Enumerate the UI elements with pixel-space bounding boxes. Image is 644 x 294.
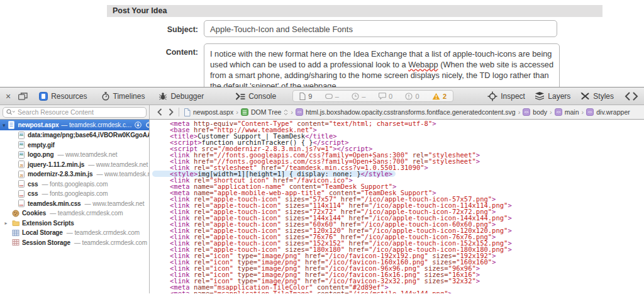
disclosure-triangle-icon[interactable]: ▸ [3,220,9,226]
breadcrumb-label: div.wrapper [596,108,630,116]
resource-name: newpost.aspx [18,122,58,128]
popup-arrows-icon [284,109,288,116]
resource-domain: — teamdesk.crmdesk.com [74,239,147,246]
inspect-button-label: Inspect [501,92,525,101]
sidebar-item-newpost-selected[interactable]: ▾ newpost.aspx — teamdesk.crmdesk.c… [0,120,149,130]
forward-icon[interactable] [165,108,177,116]
layers-button[interactable]: Layers [535,92,570,101]
page-title: Post Your Idea [107,5,602,17]
network-icon [325,93,333,99]
breadcrumb-item-main[interactable]: <>main [555,108,579,116]
resource-name: css [28,190,38,197]
tab-resources[interactable]: Resources [39,92,87,101]
resource-name: data:image/png;base64,iVBORw0KGgoAAA… [28,132,149,139]
sidebar-item-empty-gif[interactable]: empty.gif [0,140,149,150]
sidebar-toggle-chevrons-icon[interactable] [624,92,639,101]
content-text-line: I notice with the new format here on the… [210,48,554,59]
subject-value: Apple-Touch-Icon and Selectable Fonts [210,25,353,34]
sidebar-item-css[interactable]: csscss— fonts.googleapis.com [0,179,149,189]
resource-name: jquery-1.11.2.min.js [28,161,84,168]
sidebar-item-data-image-png-base64-iv[interactable]: data:image/png;base64,iVBORw0KGgoAAA… [0,130,149,140]
breadcrumb-item-dom-tree[interactable]: DOM Tree [241,108,288,116]
sidebar-item-cookies[interactable]: Cookies— teamdesk.crmdesk.com [0,208,149,218]
source-code-view[interactable]: <meta http-equiv="Content-Type" content=… [150,120,644,293]
download-icon[interactable] [135,122,142,128]
console-button-label: Console [248,92,276,101]
document-icon [184,108,191,116]
breadcrumb-separator: › [582,108,584,116]
tab-debugger[interactable]: Debugger [158,92,204,101]
sidebar-item-extension-scripts[interactable]: ▸Extension Scripts [0,218,149,229]
console-button[interactable]: Console [235,92,276,101]
breadcrumb-item-html-js-boxshadow-op[interactable]: <>html.js.boxshadow.opacity.csstransform… [296,108,516,116]
debugger-bug-icon [158,92,167,101]
sidebar-item-session-storage[interactable]: Session Storage— teamdesk.crmdesk.com [0,238,149,248]
resource-name: modernizr-2.8.3.min.js [28,171,92,178]
breadcrumb-item-newpost-aspx[interactable]: newpost.aspx [184,108,233,116]
image-icon [18,141,25,149]
tab-timelines[interactable]: Timelines [101,92,145,101]
sidebar-item-logo-png[interactable]: logo.png— www.teamdesk.net [0,150,149,160]
content-text-line: from a smart phone, adding/sharing to th… [210,70,554,81]
svg-text:JS: JS [19,174,23,177]
disclosure-triangle-icon[interactable]: ▾ [3,122,5,128]
content-text: (When the web site is accessed [438,60,554,69]
code-line[interactable]: <meta name="msapplication-TileImage" con… [150,290,644,293]
timelines-icon [101,92,110,101]
resource-count[interactable]: 9 [299,93,312,100]
search-input[interactable]: Search Resource Content [3,107,147,118]
content-text-line: used which can be used to add a professi… [210,59,554,70]
content-text: I notice with the new format here on the… [210,49,552,59]
inspect-crosshair-icon [487,91,497,101]
resource-domain: — www.teamdesk.net [57,151,117,158]
inspector-main: ▾ newpost.aspx — teamdesk.crmdesk.c… [0,120,644,293]
tab-resources-label: Resources [51,92,87,101]
breadcrumb-label: html.js.boxshadow.opacity.csstransforms.… [306,108,516,116]
tab-debugger-label: Debugger [170,92,204,101]
console-warnings-count[interactable]: 2 [432,93,447,100]
breadcrumb-item-body[interactable]: <>body [523,108,547,116]
sidebar-item-css[interactable]: csscss— fonts.googleapis.com [0,189,149,199]
breadcrumb-item-div-wrapper[interactable]: <>div.wrapper [586,108,630,116]
css-icon: css [18,190,25,198]
styles-button-label: Styles [593,92,614,101]
resource-domain: — www.teamdesk.net [85,200,145,207]
resource-name: empty.gif [28,142,55,149]
sidebar-item-teamdesk-min-css[interactable]: cssteamdesk.min.css— www.teamdesk.net [0,199,149,209]
resource-name: logo.png [28,151,53,158]
search-area: Search Resource Content [0,105,150,119]
resource-domain: — teamdesk.crmdesk.com [50,210,123,217]
breadcrumb-separator: › [550,108,552,116]
close-icon[interactable]: × [6,92,11,101]
back-icon[interactable] [154,108,165,116]
console-errors-count[interactable]: 0 [405,93,419,100]
js-icon: JS [18,171,25,178]
web-inspector-panel: × Resources Timelines Debugg [0,87,644,294]
transfer-size[interactable]: – [325,93,339,100]
breadcrumb: newpost.aspx›DOM Tree›<>html.js.boxshado… [182,108,631,116]
table-blue-icon [12,229,19,237]
svg-text:<>: <> [297,110,302,114]
detach-window-icon[interactable] [18,93,28,100]
load-time[interactable]: – [352,93,365,100]
subject-input[interactable]: Apple-Touch-Icon and Selectable Fonts [204,20,557,37]
dom-tree-icon [241,108,248,116]
console-logs-count[interactable]: 0 [379,93,392,100]
resource-name: Extension Scripts [22,220,74,227]
content-textarea[interactable]: I notice with the new format here on the… [204,43,560,87]
styles-button[interactable]: Styles [580,92,614,101]
sidebar-item-jquery-1-11-2-min-js[interactable]: JSjquery-1.11.2.min.js— www.teamdesk.net [0,160,149,170]
resource-name: Session Storage [22,239,70,246]
resource-domain: — www.teamdesk.net [96,171,149,178]
js-icon: JS [18,161,25,168]
sidebar-item-local-storage[interactable]: Local Storage— teamdesk.crmdesk.com [0,228,149,238]
resource-domain: — teamdesk.crmdesk.com [67,229,140,236]
styles-brush-icon [580,92,590,100]
search-icon [6,109,15,115]
resource-name: teamdesk.min.css [28,200,81,207]
sidebar-item-modernizr-2-8-3-min-js[interactable]: JSmodernizr-2.8.3.min.js— www.teamdesk.n… [0,169,149,179]
inspect-button[interactable]: Inspect [487,91,525,101]
image-icon [18,132,25,139]
reload-icon[interactable] [145,122,149,128]
element-icon: <> [555,108,562,116]
